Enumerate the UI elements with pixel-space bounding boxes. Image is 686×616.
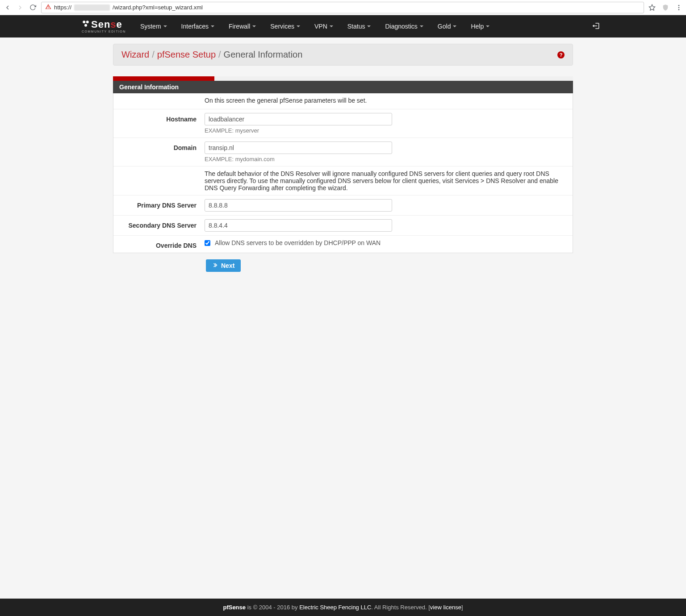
- nav-diagnostics[interactable]: Diagnostics: [378, 16, 430, 37]
- domain-row: Domain EXAMPLE: mydomain.com: [113, 138, 573, 166]
- progress-bar: [113, 76, 573, 81]
- breadcrumb-sep: /: [218, 50, 221, 60]
- forward-button: [16, 4, 24, 12]
- nav-interfaces[interactable]: Interfaces: [174, 16, 222, 37]
- logo-text-b: s: [110, 20, 116, 29]
- breadcrumb-sep: /: [152, 50, 155, 60]
- domain-hint: EXAMPLE: mydomain.com: [205, 156, 566, 162]
- domain-input[interactable]: [205, 142, 392, 154]
- override-dns-text[interactable]: Allow DNS servers to be overridden by DH…: [215, 239, 381, 246]
- footer-brand: pfSense: [223, 604, 246, 611]
- browser-menu-icon[interactable]: [675, 4, 682, 11]
- chevron-down-icon: [367, 25, 371, 27]
- insecure-warn-icon: [45, 4, 51, 11]
- nav-status[interactable]: Status: [340, 16, 378, 37]
- override-dns-checkbox[interactable]: [205, 240, 210, 246]
- logout-icon[interactable]: [587, 16, 604, 37]
- dns-note-text: The default behavior of the DNS Resolver…: [205, 170, 566, 191]
- nav-label: Services: [270, 23, 294, 30]
- breadcrumb-wizard[interactable]: Wizard: [121, 50, 149, 60]
- dns-note-row: The default behavior of the DNS Resolver…: [113, 166, 573, 196]
- logo[interactable]: Sense COMMUNITY EDITION: [82, 20, 126, 33]
- footer-company[interactable]: Electric Sheep Fencing LLC: [299, 604, 371, 611]
- breadcrumb-panel: Wizard / pfSense Setup / General Informa…: [113, 44, 573, 66]
- nav-label: Status: [347, 23, 365, 30]
- next-button[interactable]: Next: [206, 259, 241, 272]
- svg-point-2: [678, 7, 680, 8]
- section-header: General Information: [113, 81, 573, 93]
- chevron-down-icon: [211, 25, 214, 27]
- nav-label: Interfaces: [181, 23, 209, 30]
- chevron-down-icon: [252, 25, 256, 27]
- breadcrumb: Wizard / pfSense Setup / General Informa…: [121, 50, 302, 60]
- chevron-down-icon: [297, 25, 300, 27]
- nav-label: Diagnostics: [385, 23, 417, 30]
- logo-text-a: Sen: [91, 20, 110, 29]
- primary-dns-row: Primary DNS Server: [113, 196, 573, 216]
- hostname-hint: EXAMPLE: myserver: [205, 127, 566, 134]
- chevron-down-icon: [453, 25, 456, 27]
- intro-row: On this screen the general pfSense param…: [113, 93, 573, 109]
- breadcrumb-current: General Information: [224, 50, 303, 60]
- secondary-dns-row: Secondary DNS Server: [113, 216, 573, 236]
- next-button-label: Next: [221, 262, 234, 269]
- svg-point-3: [678, 9, 680, 10]
- hostname-label: Hostname: [120, 113, 205, 134]
- footer-mid: is © 2004 - 2016 by: [246, 604, 299, 611]
- primary-dns-input[interactable]: [205, 199, 392, 212]
- hostname-row: Hostname EXAMPLE: myserver: [113, 109, 573, 138]
- nav-label: System: [140, 23, 161, 30]
- nav-services[interactable]: Services: [263, 16, 307, 37]
- url-host-blurred: [74, 4, 110, 11]
- bookmark-star-icon[interactable]: [648, 4, 656, 11]
- secondary-dns-label: Secondary DNS Server: [120, 219, 205, 232]
- nav-vpn[interactable]: VPN: [307, 16, 340, 37]
- domain-label: Domain: [120, 142, 205, 162]
- top-navbar: Sense COMMUNITY EDITION System Interface…: [0, 15, 686, 37]
- footer-close: ]: [461, 604, 463, 611]
- primary-dns-label: Primary DNS Server: [120, 199, 205, 212]
- intro-text: On this screen the general pfSense param…: [205, 97, 566, 104]
- chevron-down-icon: [163, 25, 167, 27]
- url-bar[interactable]: https:// /wizard.php?xml=setup_wizard.xm…: [41, 2, 644, 13]
- nav-label: Help: [471, 23, 484, 30]
- progress-fill: [113, 76, 214, 81]
- svg-point-1: [678, 5, 680, 6]
- browser-chrome: https:// /wizard.php?xml=setup_wizard.xm…: [0, 0, 686, 15]
- url-prefix: https://: [54, 4, 71, 11]
- footer: pfSense is © 2004 - 2016 by Electric She…: [0, 599, 686, 616]
- help-icon[interactable]: ?: [557, 51, 565, 58]
- chevron-down-icon: [420, 25, 423, 27]
- footer-tail: . All Rights Reserved. [: [371, 604, 430, 611]
- reload-button[interactable]: [29, 4, 37, 12]
- nav-label: Gold: [438, 23, 451, 30]
- extension-shield-icon[interactable]: [662, 4, 669, 11]
- svg-point-5: [86, 21, 89, 23]
- nav-gold[interactable]: Gold: [431, 16, 464, 37]
- nav-firewall[interactable]: Firewall: [222, 16, 263, 37]
- secondary-dns-input[interactable]: [205, 219, 392, 232]
- back-button[interactable]: [4, 4, 12, 12]
- nav-label: Firewall: [229, 23, 250, 30]
- logo-icon: [82, 20, 90, 29]
- logo-text-c: e: [117, 20, 122, 29]
- nav-menu: System Interfaces Firewall Services VPN …: [133, 16, 497, 37]
- override-dns-row: Override DNS Allow DNS servers to be ove…: [113, 236, 573, 253]
- double-chevron-right-icon: [212, 262, 218, 269]
- override-dns-label: Override DNS: [120, 239, 205, 249]
- hostname-input[interactable]: [205, 113, 392, 125]
- nav-system[interactable]: System: [133, 16, 174, 37]
- svg-point-6: [84, 24, 87, 27]
- nav-help[interactable]: Help: [464, 16, 497, 37]
- chevron-down-icon: [486, 25, 489, 27]
- breadcrumb-setup[interactable]: pfSense Setup: [157, 50, 216, 60]
- nav-label: VPN: [314, 23, 327, 30]
- svg-point-4: [83, 21, 85, 23]
- chevron-down-icon: [330, 25, 333, 27]
- url-suffix: /wizard.php?xml=setup_wizard.xml: [113, 4, 203, 11]
- svg-marker-0: [649, 4, 655, 10]
- general-info-panel: On this screen the general pfSense param…: [113, 93, 573, 253]
- logo-subtitle: COMMUNITY EDITION: [82, 30, 126, 33]
- footer-license-link[interactable]: view license: [430, 604, 461, 611]
